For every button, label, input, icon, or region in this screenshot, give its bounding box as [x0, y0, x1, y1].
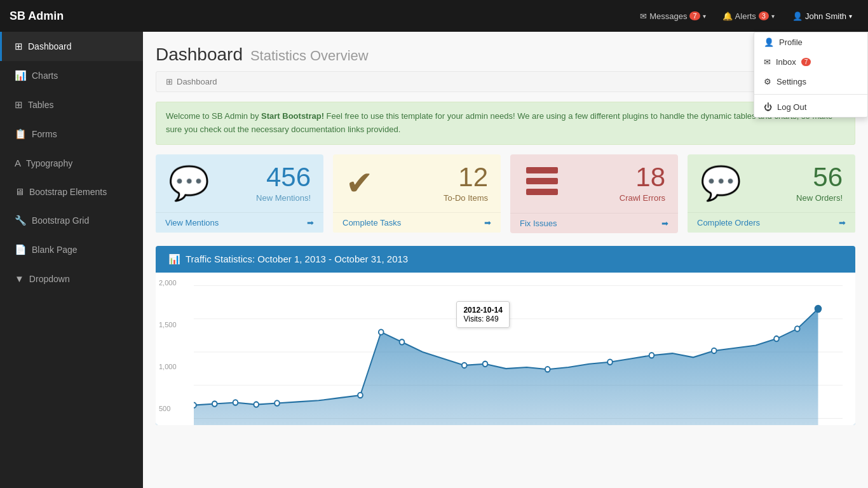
- logout-menu-item[interactable]: ⏻ Log Out: [754, 97, 867, 117]
- errors-label: Crawl Errors: [620, 193, 665, 203]
- orders-footer-icon: ➡: [839, 218, 846, 227]
- breadcrumb-label: Dashboard: [177, 77, 217, 86]
- mentions-number: 456: [256, 164, 311, 191]
- chart-header-title: Traffic Statistics: October 1, 2013 - Oc…: [186, 254, 408, 264]
- svg-rect-1: [526, 178, 558, 184]
- chart-header-icon: 📊: [168, 254, 180, 265]
- sidebar-item-dropdown[interactable]: ▼ Dropdown: [0, 264, 143, 293]
- sidebar-item-bootstrap-grid[interactable]: 🔧 Bootstrap Grid: [0, 206, 143, 235]
- todos-number: 12: [444, 164, 488, 191]
- settings-menu-item[interactable]: ⚙ Settings: [754, 72, 867, 92]
- messages-button[interactable]: ✉ Messages 7 ▾: [635, 8, 710, 24]
- svg-point-24: [815, 305, 822, 311]
- stats-cards: 💬 456 New Mentions! View Mentions ➡ ✔ 12…: [156, 154, 855, 233]
- svg-point-15: [400, 339, 405, 344]
- sidebar-label-bootstrap-grid: Bootstrap Grid: [32, 215, 89, 226]
- card-todos-info: 12 To-Do Items: [444, 164, 488, 203]
- errors-footer-icon: ➡: [661, 219, 668, 228]
- y-label-1500: 1,500: [159, 321, 177, 329]
- messages-label: Messages: [649, 11, 687, 21]
- svg-point-12: [275, 400, 280, 405]
- alerts-caret: ▾: [771, 13, 775, 20]
- sidebar-label-tables: Tables: [28, 100, 53, 110]
- inbox-menu-item[interactable]: ✉ Inbox 7: [754, 52, 867, 72]
- gear-icon: ⚙: [764, 77, 771, 86]
- page-subtitle: Statistics Overview: [250, 48, 369, 64]
- sidebar-label-bootstrap-elements: Bootstrap Elements: [29, 187, 107, 197]
- errors-number: 18: [620, 164, 665, 191]
- card-errors-info: 18 Crawl Errors: [620, 164, 665, 203]
- dashboard-icon: ⊞: [15, 41, 23, 52]
- sidebar-item-charts[interactable]: 📊 Charts: [0, 61, 143, 90]
- traffic-chart-svg: [168, 279, 843, 425]
- inbox-label: Inbox: [776, 57, 796, 67]
- mentions-footer[interactable]: View Mentions ➡: [156, 212, 323, 233]
- svg-point-11: [254, 402, 259, 407]
- charts-icon: 📊: [15, 70, 27, 81]
- tables-icon: ⊞: [15, 99, 23, 111]
- sidebar-item-dashboard[interactable]: ⊞ Dashboard: [0, 32, 143, 61]
- sidebar-label-charts: Charts: [32, 71, 58, 81]
- breadcrumb: ⊞ Dashboard: [156, 71, 855, 92]
- forms-icon: 📋: [15, 128, 27, 140]
- errors-footer[interactable]: Fix Issues ➡: [510, 213, 678, 233]
- page-icon: 📄: [15, 244, 27, 255]
- orders-label: New Orders!: [796, 193, 843, 203]
- messages-badge: 7: [689, 11, 700, 20]
- svg-point-22: [774, 336, 779, 341]
- card-orders-info: 56 New Orders!: [796, 164, 843, 203]
- svg-point-23: [795, 326, 800, 331]
- profile-label: Profile: [779, 37, 803, 47]
- sidebar-item-blank-page[interactable]: 📄 Blank Page: [0, 235, 143, 264]
- orders-number: 56: [796, 164, 843, 191]
- mentions-label: New Mentions!: [256, 193, 311, 203]
- checkmark-icon: ✔: [346, 164, 374, 202]
- orders-footer[interactable]: Complete Orders ➡: [688, 212, 855, 233]
- svg-point-21: [712, 348, 717, 353]
- dropdown-divider: [754, 94, 867, 95]
- card-errors: 18 Crawl Errors Fix Issues ➡: [510, 154, 678, 233]
- card-mentions: 💬 456 New Mentions! View Mentions ➡: [156, 154, 323, 233]
- mentions-footer-label: View Mentions: [165, 218, 219, 227]
- chart-header: 📊 Traffic Statistics: October 1, 2013 - …: [156, 246, 855, 273]
- logout-label: Log Out: [777, 102, 806, 112]
- sidebar-item-forms[interactable]: 📋 Forms: [0, 119, 143, 149]
- user-dropdown: 👤 Profile ✉ Inbox 7 ⚙ Settings ⏻ Log Out: [754, 32, 868, 118]
- sidebar-label-dashboard: Dashboard: [28, 41, 72, 51]
- traffic-chart-panel: 📊 Traffic Statistics: October 1, 2013 - …: [156, 246, 855, 425]
- breadcrumb-icon: ⊞: [166, 77, 173, 86]
- todos-footer-label: Complete Tasks: [342, 218, 401, 227]
- sidebar-item-bootstrap-elements[interactable]: 🖥 Bootstrap Elements: [0, 177, 143, 206]
- sidebar-label-blank-page: Blank Page: [32, 245, 78, 255]
- profile-icon: 👤: [764, 37, 774, 47]
- settings-label: Settings: [776, 77, 806, 86]
- list-icon: [523, 164, 561, 203]
- profile-menu-item[interactable]: 👤 Profile: [754, 32, 867, 52]
- alert-banner: Welcome to SB Admin by Start Bootstrap! …: [156, 102, 855, 145]
- svg-rect-0: [526, 167, 558, 173]
- y-label-500: 500: [159, 405, 177, 412]
- svg-point-8: [191, 402, 196, 407]
- sidebar-item-tables[interactable]: ⊞ Tables: [0, 90, 143, 119]
- grid-icon: 🔧: [15, 215, 27, 226]
- user-icon: 👤: [792, 11, 803, 21]
- user-menu-button[interactable]: 👤 John Smith ▾: [786, 8, 858, 24]
- navbar: SB Admin ✉ Messages 7 ▾ 🔔 Alerts 3 ▾ 👤 J…: [0, 0, 868, 32]
- bell-icon: 🔔: [722, 11, 733, 21]
- inbox-icon: ✉: [764, 57, 771, 67]
- inbox-badge: 7: [801, 58, 811, 66]
- brand-label: SB Admin: [10, 10, 64, 23]
- sidebar-item-typography[interactable]: A Typography: [0, 149, 143, 177]
- y-label-1000: 1,000: [159, 363, 177, 370]
- svg-point-13: [358, 392, 363, 397]
- mentions-footer-icon: ➡: [307, 218, 314, 227]
- envelope-icon: ✉: [640, 11, 647, 21]
- alerts-button[interactable]: 🔔 Alerts 3 ▾: [717, 8, 780, 24]
- todos-footer[interactable]: Complete Tasks ➡: [333, 212, 501, 233]
- errors-footer-label: Fix Issues: [520, 219, 557, 228]
- orders-chat-icon: 💬: [700, 164, 742, 203]
- chat-icon: 💬: [168, 164, 210, 203]
- alerts-badge: 3: [759, 11, 769, 20]
- messages-caret: ▾: [703, 13, 706, 20]
- todos-footer-icon: ➡: [484, 218, 491, 227]
